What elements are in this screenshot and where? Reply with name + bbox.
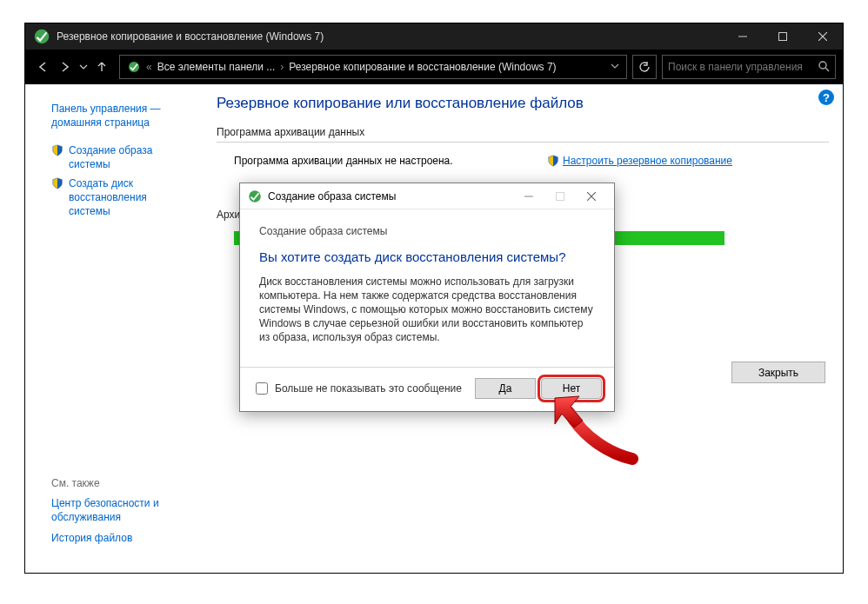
link-control-panel-home[interactable]: Панель управления — домашняя страница	[51, 102, 196, 129]
link-create-repair-disc[interactable]: Создать диск восстановления системы	[69, 176, 196, 218]
section-backup-header: Программа архивации данных	[217, 126, 829, 143]
sidebar: Панель управления — домашняя страница Со…	[25, 84, 204, 573]
cp-home-line1: Панель управления —	[51, 103, 161, 115]
page-title: Резервное копирование или восстановление…	[217, 95, 829, 112]
dont-show-again-checkbox[interactable]	[256, 382, 268, 395]
window-minimize-button[interactable]	[723, 23, 763, 50]
close-button[interactable]: Закрыть	[731, 362, 825, 383]
svg-point-6	[819, 62, 826, 69]
dialog-question: Вы хотите создать диск восстановления си…	[259, 249, 595, 264]
svg-point-5	[129, 62, 139, 72]
shield-icon	[51, 177, 63, 189]
link-set-up-backup[interactable]: Настроить резервное копирование	[547, 155, 732, 167]
search-input[interactable]	[668, 61, 818, 73]
nav-toolbar: « Все элементы панели ... › Резервное ко…	[25, 50, 843, 84]
dialog-minimize-button[interactable]	[513, 186, 544, 207]
chevron-right-icon: ›	[278, 61, 285, 73]
link-create-system-image[interactable]: Создание образа системы	[69, 143, 196, 171]
svg-point-0	[35, 30, 50, 44]
set-up-backup-label: Настроить резервное копирование	[563, 155, 732, 167]
svg-rect-2	[779, 33, 787, 41]
dialog-close-button[interactable]	[576, 186, 607, 207]
address-dropdown-icon[interactable]	[607, 61, 623, 73]
dialog-body-text: Диск восстановления системы можно исполь…	[259, 275, 595, 344]
nav-up-button[interactable]	[91, 56, 112, 77]
sec-center-line1: Центр безопасности и	[51, 497, 159, 509]
svg-rect-10	[557, 192, 564, 200]
repair-disc-line1: Создать диск восстановления	[69, 177, 147, 203]
dialog-footer: Больше не показывать это сообщение Да Не…	[240, 367, 614, 411]
shield-icon	[51, 144, 63, 156]
dialog-body: Создание образа системы Вы хотите создат…	[240, 209, 614, 367]
dialog-maximize-button	[544, 186, 576, 207]
cp-home-line2: домашняя страница	[51, 116, 150, 129]
backup-status-text: Программа архивации данных не настроена.	[234, 155, 547, 167]
dialog-titlebar: Создание образа системы	[240, 183, 614, 209]
nav-refresh-button[interactable]	[632, 55, 657, 79]
sec-center-line2: обслуживания	[51, 511, 121, 523]
dont-show-again-label[interactable]: Больше не показывать это сообщение	[256, 382, 462, 395]
repair-disc-line2: системы	[69, 205, 110, 217]
link-security-center[interactable]: Центр безопасности и обслуживания	[51, 496, 190, 524]
nav-forward-button[interactable]	[55, 56, 76, 77]
svg-line-7	[825, 68, 829, 71]
nav-recent-dropdown[interactable]	[77, 56, 90, 77]
address-app-icon	[124, 60, 144, 74]
nav-back-button[interactable]	[32, 56, 53, 77]
dialog-instruction: Создание образа системы	[259, 225, 595, 237]
link-file-history[interactable]: История файлов	[51, 531, 190, 545]
see-also-header: См. также	[51, 477, 190, 489]
chevron-left-icon: «	[144, 61, 154, 73]
search-box[interactable]	[662, 55, 836, 79]
breadcrumb-item-all[interactable]: Все элементы панели ...	[154, 61, 279, 73]
dialog-title: Создание образа системы	[268, 190, 396, 202]
yes-button[interactable]: Да	[475, 378, 536, 399]
see-also-section: См. также Центр безопасности и обслужива…	[51, 477, 190, 552]
backup-app-icon	[32, 27, 51, 46]
window-maximize-button[interactable]	[763, 23, 803, 50]
address-bar[interactable]: « Все элементы панели ... › Резервное ко…	[119, 55, 627, 79]
breadcrumb-item-current[interactable]: Резервное копирование и восстановление (…	[285, 61, 559, 73]
shield-icon	[547, 155, 559, 167]
window-close-button[interactable]	[803, 23, 843, 50]
dont-show-again-text: Больше не показывать это сообщение	[275, 382, 462, 395]
window-title: Резервное копирование и восстановление (…	[57, 30, 324, 43]
no-button[interactable]: Нет	[541, 378, 602, 399]
dialog-app-icon	[247, 189, 263, 204]
search-icon[interactable]	[818, 60, 830, 75]
svg-point-8	[249, 190, 261, 202]
backup-status-row: Программа архивации данных не настроена.…	[217, 151, 829, 179]
create-system-image-dialog: Создание образа системы Создание образа …	[239, 183, 615, 412]
window-titlebar: Резервное копирование и восстановление (…	[25, 23, 843, 50]
